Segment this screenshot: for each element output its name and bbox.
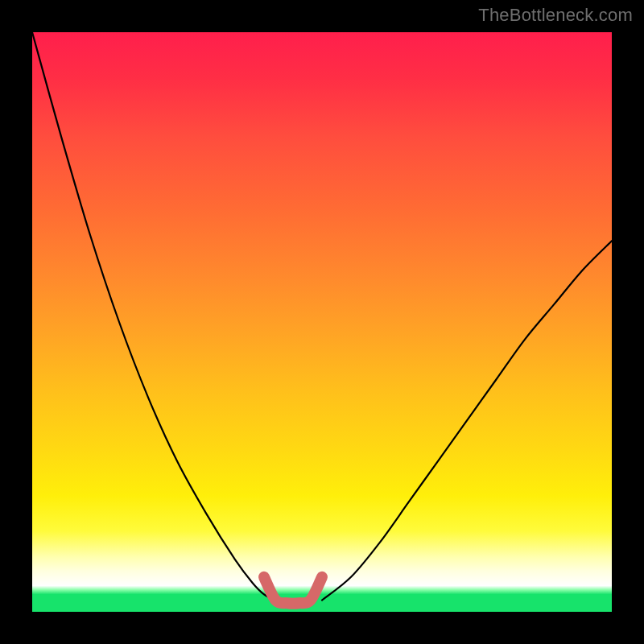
right-curve (322, 241, 612, 600)
curve-layer (32, 32, 612, 604)
watermark-text: TheBottleneck.com (478, 5, 633, 26)
chart-frame: TheBottleneck.com (0, 0, 644, 644)
left-curve (32, 32, 275, 601)
plot-area (32, 32, 612, 612)
plot-svg (32, 32, 612, 612)
min-marker (264, 577, 322, 604)
